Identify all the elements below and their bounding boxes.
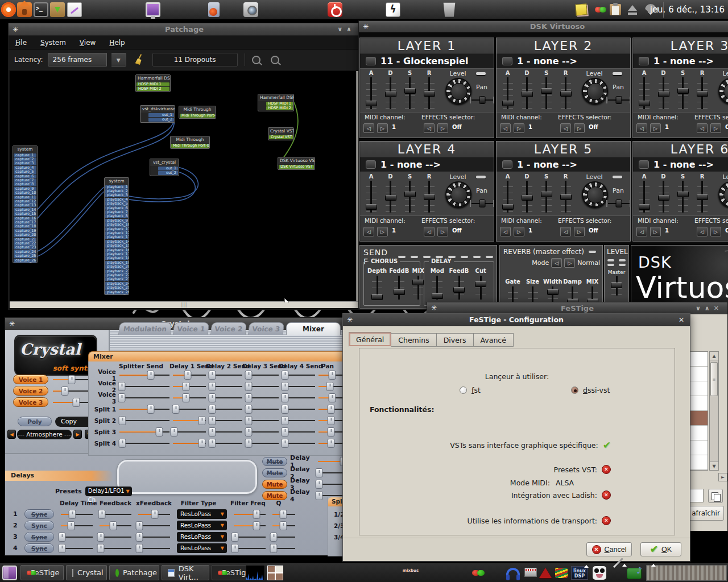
- midi-in-port[interactable]: HDSP MIDI 2: [136, 87, 169, 91]
- latency-select-arrow[interactable]: ▼: [111, 53, 126, 66]
- mute-button[interactable]: Mute: [262, 480, 287, 489]
- fx-slider[interactable]: [474, 276, 487, 300]
- taskbar-button-crystal[interactable]: Crystal: [66, 565, 107, 580]
- display-settings-icon[interactable]: [146, 2, 160, 17]
- power-icon[interactable]: [328, 2, 342, 17]
- delay-preset-dropdown[interactable]: Delay1/LFO1 Ch: [85, 487, 132, 496]
- adsr-slider[interactable]: [384, 77, 398, 109]
- mixer-slider[interactable]: [282, 405, 315, 414]
- level-knob[interactable]: [445, 78, 471, 104]
- adsr-slider[interactable]: [540, 181, 553, 213]
- mixer-slider[interactable]: [246, 405, 279, 414]
- mixer-slider[interactable]: [119, 382, 169, 391]
- midi-channel-prev-button[interactable]: ◁: [500, 123, 511, 133]
- mixer-slider[interactable]: [173, 416, 206, 425]
- tab-modulation[interactable]: Modulation: [118, 322, 172, 335]
- level-knob[interactable]: [582, 181, 608, 207]
- adsr-slider[interactable]: [403, 181, 417, 213]
- midi-port[interactable]: Midi Through Port-0: [180, 114, 215, 118]
- xfeedback-slider[interactable]: [138, 510, 170, 519]
- filter-type-dropdown[interactable]: ResLoPass: [177, 532, 227, 542]
- level-knob[interactable]: [445, 181, 471, 207]
- mixer-slider[interactable]: [119, 393, 169, 402]
- q-slider[interactable]: [272, 510, 295, 519]
- radio-fst[interactable]: fst: [460, 386, 481, 394]
- festige-tray-icon[interactable]: [595, 4, 606, 15]
- mixer-slider[interactable]: [282, 427, 315, 436]
- window-menu-icon[interactable]: ✳: [363, 21, 369, 32]
- workspace-pager[interactable]: [267, 566, 283, 580]
- layer-patch-name[interactable]: 1 - none -->: [653, 159, 714, 170]
- feedback-slider[interactable]: [100, 510, 131, 519]
- package-manager-icon[interactable]: [50, 2, 65, 17]
- midi-in-port[interactable]: Crystal VST: [269, 135, 293, 139]
- midi-channel-next-button[interactable]: ▷: [650, 227, 661, 236]
- adsr-slider[interactable]: [696, 77, 709, 109]
- dialog-titlebar[interactable]: ✳ FeSTige - Configuration ✕: [343, 314, 690, 326]
- effects-prev-button[interactable]: ◁: [697, 227, 708, 236]
- node-vst-dskvirtuoso[interactable]: vst_dskvirtuoso out_1out_2: [140, 105, 175, 123]
- ardour-dock-icon[interactable]: [539, 568, 552, 578]
- headphones-dock-icon[interactable]: [506, 568, 520, 578]
- adsr-slider[interactable]: [657, 181, 671, 213]
- adsr-slider[interactable]: [423, 181, 436, 213]
- q-slider[interactable]: [272, 521, 295, 530]
- adsr-slider[interactable]: [638, 77, 651, 109]
- dialog-tab[interactable]: Général: [349, 332, 391, 347]
- pencil-dock-icon[interactable]: [612, 566, 627, 580]
- tab-voice-2[interactable]: Voice 2: [210, 322, 247, 335]
- mute-button[interactable]: Mute: [262, 491, 287, 500]
- adsr-slider[interactable]: [676, 77, 690, 109]
- midi-keyboard-dock-icon[interactable]: [524, 568, 537, 577]
- mixer-slider[interactable]: [119, 427, 169, 436]
- delay-level-slider[interactable]: [318, 480, 344, 489]
- midi-channel-prev-button[interactable]: ◁: [636, 227, 647, 236]
- adsr-slider[interactable]: [501, 77, 515, 109]
- mixer-slider[interactable]: [318, 405, 344, 414]
- level-knob[interactable]: [718, 181, 728, 207]
- screenshot-icon[interactable]: [243, 2, 258, 17]
- mixer-slider[interactable]: [318, 371, 344, 380]
- fx-slider[interactable]: [392, 276, 406, 300]
- xfeedback-slider[interactable]: [138, 521, 170, 530]
- window-menu-icon[interactable]: ✳: [347, 314, 353, 326]
- node-hammerfall-dsp-out[interactable]: Hammerfall DSP HDSP MIDI 1HDSP MIDI 2: [258, 94, 294, 111]
- soundcard-dock-icon[interactable]: [627, 568, 642, 579]
- playback-port[interactable]: playback_26: [105, 290, 128, 294]
- sync-button[interactable]: Sync: [24, 509, 54, 519]
- midi-port[interactable]: Midi Through Port-0: [171, 144, 209, 148]
- audio-out-port[interactable]: out_2: [158, 171, 178, 175]
- audio-out-port[interactable]: out_2: [148, 118, 174, 122]
- midi-in-port[interactable]: HDSP MIDI 1: [136, 82, 169, 86]
- window-menu-icon[interactable]: ✳: [431, 302, 437, 314]
- mixer-slider[interactable]: [282, 371, 315, 380]
- mixer-slider[interactable]: [173, 427, 206, 436]
- taskbar-button-patchage[interactable]: Patchage: [109, 565, 159, 580]
- mixbus-tray-icon[interactable]: mixbus: [398, 566, 423, 580]
- mixer-slider[interactable]: [119, 405, 169, 414]
- delay-time-slider[interactable]: [61, 544, 93, 553]
- capture-port[interactable]: capture_5: [14, 170, 36, 174]
- system-app-icon[interactable]: [208, 2, 220, 17]
- feedback-slider[interactable]: [100, 533, 131, 542]
- radio-dot[interactable]: [571, 386, 578, 394]
- layer-patch-name[interactable]: 1 - none -->: [517, 159, 577, 170]
- waves-dock-icon[interactable]: [555, 568, 568, 578]
- mixer-slider[interactable]: [246, 393, 279, 402]
- mixer-slider[interactable]: [209, 439, 242, 448]
- filter-freq-slider[interactable]: [234, 510, 266, 519]
- filter-type-dropdown[interactable]: ResLoPass: [177, 509, 227, 519]
- midi-out-port[interactable]: HDSP MIDI 2: [266, 106, 293, 110]
- effects-prev-button[interactable]: ◁: [560, 123, 571, 133]
- adsr-slider[interactable]: [657, 77, 671, 109]
- radio-dot[interactable]: [460, 386, 467, 394]
- mixer-slider[interactable]: [209, 416, 242, 425]
- node-crystal-vst[interactable]: Crystal VST Crystal VST: [268, 127, 294, 140]
- layer-enable-button[interactable]: [639, 57, 649, 65]
- sticky-notes-tray-icon[interactable]: [575, 3, 587, 15]
- delay-time-slider[interactable]: [61, 533, 93, 542]
- midi-channel-next-button[interactable]: ▷: [377, 123, 388, 133]
- refresh-button[interactable]: afraîchir: [688, 506, 724, 521]
- dsk-titlebar[interactable]: ✳ DSK Virtuoso: [359, 21, 728, 32]
- capture-port[interactable]: capture_26: [14, 259, 36, 263]
